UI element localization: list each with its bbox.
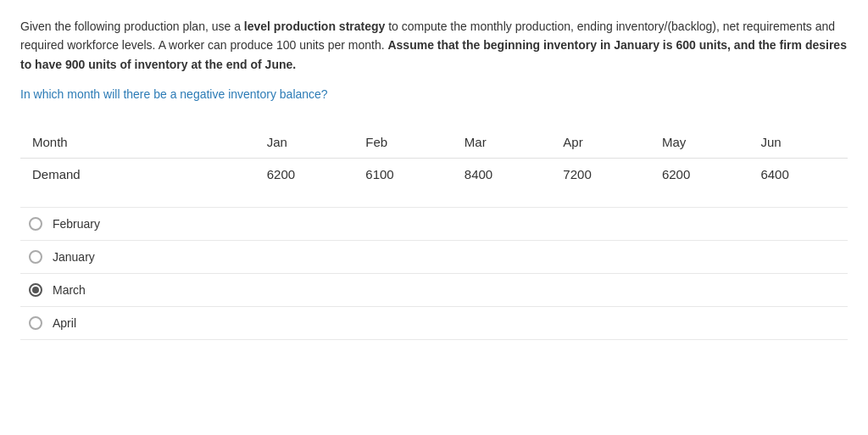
month-label: Month — [20, 126, 255, 158]
option-april[interactable]: April — [20, 307, 848, 340]
radio-april[interactable] — [29, 316, 42, 330]
radio-march[interactable] — [29, 283, 42, 297]
option-march[interactable]: March — [20, 274, 848, 307]
page-content: Given the following production plan, use… — [20, 17, 848, 340]
demand-mar: 8400 — [453, 159, 552, 190]
option-january[interactable]: January — [20, 241, 848, 274]
demand-apr: 7200 — [551, 159, 650, 190]
option-january-label: January — [53, 250, 95, 264]
header-feb: Feb — [353, 126, 453, 158]
demand-label: Demand — [20, 159, 255, 190]
description-text: Given the following production plan, use… — [20, 17, 848, 74]
header-jan: Jan — [255, 126, 354, 158]
radio-march-inner — [32, 287, 39, 293]
header-apr: Apr — [551, 126, 650, 158]
demand-jan: 6200 — [255, 159, 354, 190]
header-jun: Jun — [748, 126, 848, 158]
demand-jun: 6400 — [748, 159, 848, 190]
data-table: Month Jan Feb Mar Apr May Jun Demand 620… — [20, 126, 848, 190]
option-february-label: February — [53, 217, 100, 231]
demand-feb: 6100 — [353, 159, 453, 190]
radio-january[interactable] — [29, 250, 42, 264]
option-march-label: March — [53, 283, 86, 297]
demand-may: 6200 — [650, 159, 749, 190]
question-text: In which month will there be a negative … — [20, 87, 848, 101]
radio-february[interactable] — [29, 217, 42, 231]
header-may: May — [650, 126, 749, 158]
header-mar: Mar — [453, 126, 552, 158]
answer-options: February January March April — [20, 207, 848, 340]
table-header-row: Month Jan Feb Mar Apr May Jun — [20, 126, 848, 158]
option-april-label: April — [53, 316, 76, 330]
demand-row: Demand 6200 6100 8400 7200 6200 6400 — [20, 159, 848, 190]
option-february[interactable]: February — [20, 207, 848, 241]
